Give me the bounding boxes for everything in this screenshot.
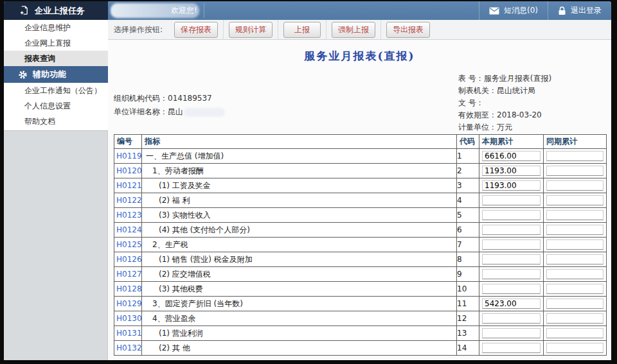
- toolbar-button[interactable]: 保存报表: [174, 22, 218, 38]
- row-id-link[interactable]: H0126: [114, 255, 142, 264]
- row-id-link[interactable]: H0127: [114, 270, 142, 279]
- toolbar-button[interactable]: 上报: [283, 22, 321, 38]
- current-period-input[interactable]: [482, 254, 541, 264]
- row-id-link[interactable]: H0131: [114, 329, 142, 338]
- current-period-cell: [479, 341, 544, 356]
- row-id-link[interactable]: H0123: [114, 211, 142, 220]
- prior-period-input[interactable]: [546, 180, 604, 191]
- current-period-cell: [479, 208, 544, 223]
- current-period-input[interactable]: [482, 343, 541, 353]
- row-id-link[interactable]: H0128: [114, 284, 142, 293]
- current-period-cell: [479, 311, 544, 326]
- sidebar-section-enterprise-report[interactable]: 企业上报任务: [4, 1, 108, 20]
- main-content: 选择操作按钮: 保存报表规则计算上报强制上报导出报表 服务业月报表(直报) 组织…: [108, 20, 611, 360]
- code-number-cell: 6: [457, 223, 479, 238]
- row-id-link[interactable]: H0124: [114, 225, 142, 234]
- prior-period-input[interactable]: [546, 225, 604, 235]
- current-period-cell: [479, 178, 544, 193]
- org-info-block: 组织机构代码：014189537 单位详细名称：昆山: [114, 92, 225, 119]
- row-id-link[interactable]: H0130: [114, 314, 142, 323]
- current-period-cell: [479, 282, 544, 297]
- indicator-cell: (2) 福 利: [142, 193, 457, 208]
- row-id-link[interactable]: H0119: [114, 152, 142, 160]
- report-table: 编号 指标 代码 本期累计 同期累计 H0119一、生产总值 (增加值)1H01…: [114, 134, 607, 356]
- meta-label: 表 号：: [458, 74, 484, 83]
- row-id-link[interactable]: H0129: [114, 299, 142, 308]
- sidebar-primary-list: 企业信息维护企业网上直报报表查询: [4, 20, 108, 66]
- row-id-cell: H0126: [114, 252, 142, 267]
- current-period-input[interactable]: [482, 269, 541, 279]
- row-id-link[interactable]: H0132: [114, 343, 142, 352]
- current-period-input[interactable]: [482, 166, 541, 176]
- prior-period-input[interactable]: [546, 269, 604, 279]
- indicator-label: 2、生产税: [142, 239, 456, 250]
- prior-period-input[interactable]: [546, 239, 604, 250]
- current-period-cell: [479, 297, 544, 311]
- current-period-input[interactable]: [482, 210, 541, 220]
- current-period-input[interactable]: [482, 180, 541, 191]
- brand-title: 企业上报任务: [35, 5, 85, 17]
- current-period-cell: [479, 238, 544, 252]
- prior-period-cell: [544, 282, 607, 297]
- table-row: H0123(3) 实物性收入5: [114, 208, 607, 223]
- current-period-input[interactable]: [482, 299, 541, 309]
- sidebar-item[interactable]: 帮助文档: [4, 114, 108, 129]
- prior-period-input[interactable]: [546, 210, 604, 220]
- indicator-label: (1) 营业利润: [142, 328, 456, 339]
- sidebar-item[interactable]: 企业信息维护: [4, 20, 108, 35]
- row-id-cell: H0121: [114, 178, 142, 193]
- table-row: H01252、生产税7: [114, 238, 607, 252]
- current-period-input[interactable]: [482, 195, 541, 205]
- toolbar-button[interactable]: 规则计算: [229, 22, 273, 38]
- logout-button[interactable]: 退出登录: [548, 1, 611, 20]
- prior-period-input[interactable]: [546, 254, 604, 264]
- row-id-link[interactable]: H0120: [114, 166, 142, 175]
- prior-period-cell: [544, 341, 607, 356]
- sidebar-item[interactable]: 企业网上直报: [4, 35, 108, 51]
- prior-period-input[interactable]: [546, 166, 604, 176]
- org-code-label: 组织机构代码：: [114, 94, 168, 103]
- report-meta-block: 表 号：服务业月报表(直报)制表机关：昆山统计局文 号：有效期至：2018-03…: [458, 73, 551, 134]
- prior-period-input[interactable]: [546, 195, 604, 205]
- toolbar-button[interactable]: 强制上报: [332, 22, 375, 38]
- row-id-link[interactable]: H0122: [114, 196, 142, 205]
- col-header-code: 代码: [457, 135, 479, 149]
- current-period-input[interactable]: [482, 313, 541, 324]
- indicator-cell: (1) 销售 (营业) 税金及附加: [142, 252, 457, 267]
- prior-period-input[interactable]: [546, 284, 604, 294]
- prior-period-input[interactable]: [546, 328, 604, 338]
- prior-period-input[interactable]: [546, 313, 604, 324]
- current-period-cell: [479, 164, 544, 178]
- messages-button[interactable]: 短消息(0): [479, 1, 548, 20]
- messages-label: 短消息(0): [504, 5, 538, 16]
- sidebar-item[interactable]: 报表查询: [4, 51, 108, 66]
- prior-period-cell: [544, 149, 607, 164]
- row-id-link[interactable]: H0125: [114, 240, 142, 249]
- prior-period-cell: [544, 297, 607, 311]
- current-period-input[interactable]: [482, 328, 541, 338]
- unit-name-line: 单位详细名称：昆山: [114, 105, 225, 119]
- sidebar-item[interactable]: 个人信息设置: [4, 98, 108, 114]
- table-row: H0122(2) 福 利4: [114, 193, 607, 208]
- indicator-label: 1、劳动者报酬: [142, 166, 456, 177]
- row-id-cell: H0124: [114, 223, 142, 238]
- prior-period-cell: [544, 267, 607, 282]
- sidebar-section-aux-functions[interactable]: 辅助功能: [4, 66, 108, 83]
- code-number-cell: 14: [457, 341, 479, 356]
- indicator-cell: 2、生产税: [142, 238, 457, 252]
- prior-period-input[interactable]: [546, 343, 604, 353]
- table-row: H0124(4) 其他 (支付给个人部分)6: [114, 223, 607, 238]
- row-id-cell: H0122: [114, 193, 142, 208]
- current-period-input[interactable]: [482, 284, 541, 294]
- meta-label: 有效期至：: [458, 110, 497, 119]
- row-id-link[interactable]: H0121: [114, 181, 142, 190]
- current-period-input[interactable]: [482, 225, 541, 235]
- row-id-cell: H0125: [114, 238, 142, 252]
- current-period-input[interactable]: [482, 151, 541, 161]
- current-period-input[interactable]: [482, 239, 541, 250]
- prior-period-input[interactable]: [546, 151, 604, 161]
- meta-value: 昆山统计局: [497, 86, 535, 95]
- toolbar-button[interactable]: 导出报表: [386, 22, 430, 38]
- prior-period-input[interactable]: [546, 299, 604, 309]
- sidebar-item[interactable]: 企业工作通知（公告）: [4, 83, 108, 98]
